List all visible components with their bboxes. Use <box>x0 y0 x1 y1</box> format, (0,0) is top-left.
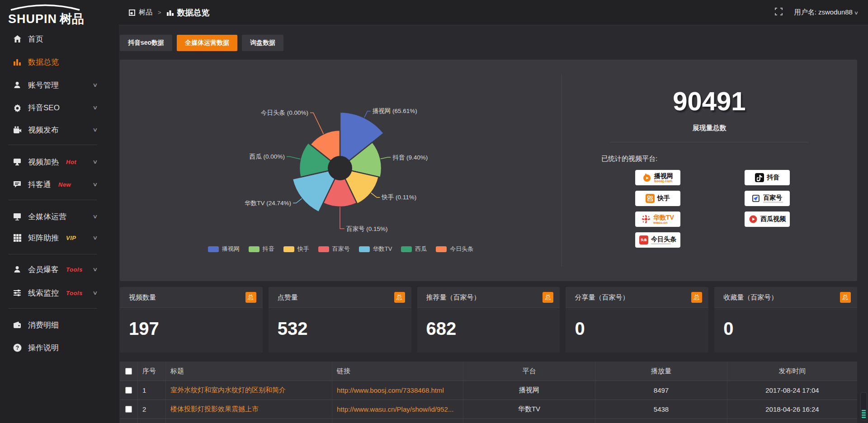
pie-label: 快手 (0.11%) <box>381 194 416 201</box>
baijiahao-logo-icon <box>751 194 760 203</box>
legend-swatch <box>436 246 447 252</box>
platform-badge-douyin: 抖音 <box>745 170 790 185</box>
pie-label: 西瓜 (0.00%) <box>250 153 285 160</box>
floating-widget[interactable] <box>860 392 867 420</box>
video-url-link[interactable]: http://www.wasu.cn/Play/show/id/952... <box>337 405 453 413</box>
username-label: 用户名: zswodun88 <box>794 8 853 16</box>
legend-swatch <box>208 246 219 252</box>
platform-badge-boosj: 播视网boosj.com <box>635 170 680 185</box>
legend-swatch <box>318 246 329 252</box>
new-badge: New <box>58 181 71 188</box>
platform-badge-wasu: 华数TVwasu.cn <box>635 212 680 227</box>
sidebar-item-help[interactable]: ? 操作说明 <box>0 340 119 355</box>
toutiao-logo-icon: 头条 <box>639 235 648 244</box>
pie-label: 抖音 (9.40%) <box>392 154 428 161</box>
video-title-link[interactable]: 室外水纹灯和室内水纹灯的区别和简介 <box>170 386 286 395</box>
legend-item[interactable]: 今日头条 <box>436 245 473 253</box>
chart-legend: 播视网 抖音 快手 百家号 华数TV 西瓜 今日头条 <box>120 245 561 253</box>
legend-item[interactable]: 西瓜 <box>401 245 427 253</box>
chevron-down-icon: ∨ <box>92 127 98 133</box>
toutiao-sub-line <box>651 243 671 244</box>
pie-label-line <box>364 111 371 118</box>
header-index: 序号 <box>138 362 166 381</box>
impressions-total-label: 展现量总数 <box>561 124 857 132</box>
sidebar-item-spend-detail[interactable]: 消费明细 <box>0 318 119 332</box>
sidebar-item-home[interactable]: 首页 <box>0 32 119 46</box>
platform-badge-kuaishou: 快手 <box>635 191 680 206</box>
xigua-logo-icon <box>749 215 758 224</box>
legend-swatch <box>401 246 412 252</box>
sidebar-item-video-publish[interactable]: 视频发布 ∨ <box>0 122 119 137</box>
tab-douyin-seo-data[interactable]: 抖音seo数据 <box>120 35 172 51</box>
stat-card-video-count: 视频数量 总 197 <box>120 287 263 352</box>
total-badge: 总 <box>840 292 851 303</box>
sidebar-item-data-overview[interactable]: 数据总览 <box>0 55 119 69</box>
sidebar-item-video-heat[interactable]: 视频加热 Hot ∨ <box>0 155 119 169</box>
platform-badge-xigua: 西瓜视频 <box>745 212 790 227</box>
stat-card-header: 收藏量（百家号） 总 <box>714 287 857 308</box>
row-checkbox[interactable] <box>125 406 132 413</box>
legend-item[interactable]: 百家号 <box>318 245 350 253</box>
pie-label-line <box>381 157 391 159</box>
sidebar-item-label: 账号管理 <box>28 80 59 90</box>
breadcrumb-current: 数据总览 <box>177 7 210 18</box>
pie-label: 今日头条 (0.00%) <box>261 109 308 116</box>
legend-item[interactable]: 抖音 <box>249 245 274 253</box>
legend-item[interactable]: 华数TV <box>359 245 392 253</box>
pie-center-hole <box>328 156 352 180</box>
sidebar-item-matrix-boost[interactable]: 矩阵助推 VIP ∨ <box>0 230 119 245</box>
breadcrumb-root[interactable]: 树品 <box>139 8 152 17</box>
sidebar-item-lead-monitor[interactable]: 线索监控 Tools ∨ <box>0 286 119 300</box>
video-url-link[interactable]: http://www.boosj.com/7338468.html <box>337 386 444 394</box>
stat-card-value: 532 <box>278 319 308 339</box>
sidebar-item-omni-media[interactable]: 全媒体运营 ∨ <box>0 209 119 224</box>
chevron-down-icon: ∨ <box>92 290 98 296</box>
stat-card-header: 推荐量（百家号） 总 <box>417 287 560 308</box>
app-logo[interactable]: SHUPIN树品 <box>8 4 112 27</box>
cell-platform: 华数TV <box>463 400 595 418</box>
sidebar-item-doketong[interactable]: 抖客通 New ∨ <box>0 177 119 192</box>
sidebar-item-label: 视频发布 <box>28 125 59 135</box>
table-row-partial <box>120 418 857 423</box>
chevron-down-icon: ∨ <box>92 104 98 111</box>
topbar: 树品 > 数据总览 用户名: zswodun88∨ <box>119 0 868 25</box>
bar-chart-mini-icon <box>167 9 174 16</box>
tab-omnimedia-data[interactable]: 全媒体运营数据 <box>177 35 237 51</box>
header-title: 标题 <box>166 362 332 381</box>
sidebar-item-douyin-seo[interactable]: 抖音SEO ∨ <box>0 100 119 115</box>
sliders-icon <box>13 288 22 297</box>
table-row: 1 室外水纹灯和室内水纹灯的区别和简介 http://www.boosj.com… <box>120 381 857 400</box>
header-link: 链接 <box>332 362 463 381</box>
total-badge: 总 <box>691 292 702 303</box>
legend-item[interactable]: 快手 <box>283 245 309 253</box>
username-menu[interactable]: 用户名: zswodun88∨ <box>794 8 858 17</box>
sidebar-item-label: 线索监控 <box>28 288 59 298</box>
sidebar-item-label: 全媒体运营 <box>28 212 66 222</box>
svg-text:?: ? <box>15 345 19 351</box>
chevron-down-icon: ∨ <box>92 235 98 241</box>
logo-primary: SHUPIN <box>8 12 57 26</box>
logo-arc-icon <box>9 4 81 11</box>
row-checkbox[interactable] <box>125 387 132 394</box>
home-icon <box>13 34 22 43</box>
select-all-checkbox[interactable] <box>125 368 132 375</box>
tools-badge: Tools <box>66 290 83 296</box>
pie-label: 百家号 (0.15%) <box>346 226 388 232</box>
user-icon <box>13 265 22 274</box>
bar-chart-icon <box>13 57 22 66</box>
stat-card-shares: 分享量（百家号） 总 0 <box>566 287 708 352</box>
fullscreen-icon[interactable] <box>775 8 783 17</box>
total-badge: 总 <box>245 292 256 303</box>
pie-label-line <box>293 198 302 203</box>
chart-panel: 播视网 (65.61%)抖音 (9.40%)快手 (0.11%)百家号 (0.1… <box>120 60 857 281</box>
sidebar-item-account[interactable]: 账号管理 ∨ <box>0 78 119 92</box>
sidebar-item-label: 抖客通 <box>28 179 51 190</box>
sidebar-divider <box>8 145 97 145</box>
breadcrumb: 树品 > 数据总览 <box>129 7 210 18</box>
chevron-down-icon: ∨ <box>92 82 98 88</box>
legend-item[interactable]: 播视网 <box>208 245 240 253</box>
sidebar-item-member-baoke[interactable]: 会员爆客 Tools ∨ <box>0 262 119 277</box>
user-icon <box>13 80 22 89</box>
video-title-link[interactable]: 楼体投影灯投影效果震撼上市 <box>170 405 259 414</box>
tab-inquiry-data[interactable]: 询盘数据 <box>242 35 283 51</box>
